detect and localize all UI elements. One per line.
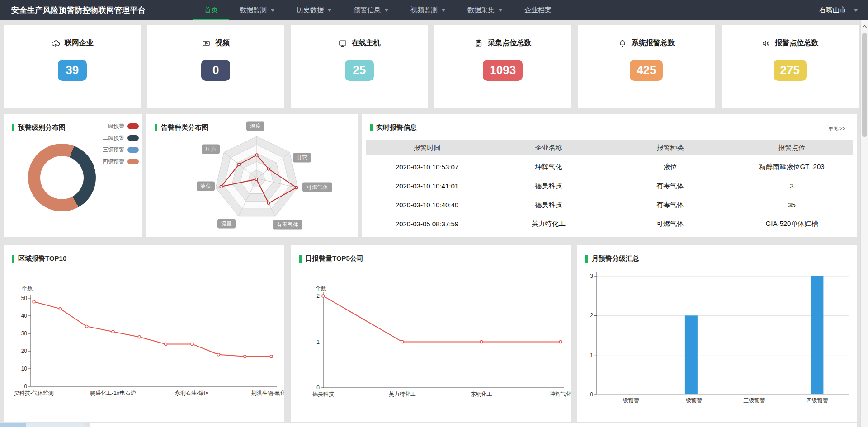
chevron-down-icon bbox=[384, 9, 389, 12]
scrollbar-thumb[interactable] bbox=[862, 33, 867, 137]
region-top10-chart: 个数01020304050昊科技-气体监测鹏盛化工-1#电石炉永润石油-罐区荆洪… bbox=[4, 245, 284, 422]
alarm-table-cell: 有毒气体 bbox=[609, 201, 731, 209]
radar-axis-label: 可燃气体 bbox=[302, 183, 332, 192]
nav-menu-item[interactable]: 数据监测 bbox=[229, 0, 286, 20]
donut-chart bbox=[28, 144, 96, 211]
legend-item[interactable]: 四级预警 bbox=[103, 158, 139, 165]
nav-menu-item-label: 数据监测 bbox=[240, 6, 267, 14]
svg-text:个数: 个数 bbox=[315, 285, 326, 291]
scroll-up-arrow[interactable] bbox=[861, 23, 868, 30]
stat-card-head: 采集点位总数 bbox=[474, 38, 531, 48]
legend-label: 三级预警 bbox=[103, 146, 124, 154]
radar-axis-label: 其它 bbox=[293, 153, 311, 163]
nav-menu-item-label: 数据采集 bbox=[467, 6, 495, 14]
nav-menu-item[interactable]: 视频监测 bbox=[400, 0, 457, 20]
stat-card-value: 1093 bbox=[483, 60, 523, 81]
alarm-table-cell: 2020-03-05 08:37:59 bbox=[366, 220, 488, 228]
stat-card-label: 在线主机 bbox=[352, 38, 381, 48]
stat-card: 采集点位总数1093 bbox=[434, 25, 572, 108]
nav-menu-item[interactable]: 首页 bbox=[193, 0, 229, 20]
nav-menu-item[interactable]: 预警信息 bbox=[343, 0, 400, 20]
alarm-table-cell: 3 bbox=[731, 182, 853, 190]
stat-card-head: 系统报警总数 bbox=[618, 38, 675, 48]
legend-item[interactable]: 三级预警 bbox=[103, 146, 139, 154]
svg-text:3: 3 bbox=[590, 273, 593, 279]
alarm-table-row: 2020-03-05 08:37:59英力特化工可燃气体GIA-520单体贮槽 bbox=[366, 214, 853, 233]
svg-text:0: 0 bbox=[590, 391, 593, 398]
region-selector[interactable]: 石嘴山市 bbox=[819, 0, 858, 20]
legend-swatch bbox=[127, 159, 139, 164]
region-top10-panel: 区域报警TOP10 个数01020304050昊科技-气体监测鹏盛化工-1#电石… bbox=[4, 245, 284, 422]
stat-card-label: 采集点位总数 bbox=[488, 38, 531, 48]
stat-card-head: 在线主机 bbox=[338, 38, 381, 48]
svg-text:40: 40 bbox=[21, 313, 28, 319]
alarm-table-header: 报警时间企业名称报警种类报警点位 bbox=[366, 140, 853, 155]
svg-text:温度: 温度 bbox=[250, 123, 261, 129]
chevron-down-icon bbox=[270, 9, 275, 12]
monthly-summary-panel: 月预警分级汇总 0123一级预警二级预警三级预警四级预警 bbox=[577, 245, 857, 422]
alarm-table-cell: 有毒气体 bbox=[609, 182, 731, 190]
svg-text:三级预警: 三级预警 bbox=[743, 397, 765, 404]
svg-text:1: 1 bbox=[316, 339, 320, 345]
top-navbar: 安全生产风险预警防控物联网管理平台 首页数据监测历史数据预警信息视频监测数据采集… bbox=[0, 0, 868, 20]
nav-menu-item[interactable]: 数据采集 bbox=[457, 0, 514, 20]
region-label: 石嘴山市 bbox=[819, 6, 846, 14]
title-marker bbox=[370, 124, 373, 131]
stat-card-value: 275 bbox=[774, 60, 807, 81]
svg-text:有毒气体: 有毒气体 bbox=[276, 221, 298, 228]
panel-title: 预警级别分布图 bbox=[12, 123, 66, 132]
next-row-peek-lightblue bbox=[26, 423, 84, 427]
stat-card: 系统报警总数425 bbox=[578, 25, 715, 108]
stat-card-label: 视频 bbox=[215, 38, 230, 48]
alarm-table-cell: 35 bbox=[731, 201, 853, 209]
nav-menu-item-label: 企业档案 bbox=[524, 6, 552, 14]
legend-item[interactable]: 一级预警 bbox=[103, 122, 139, 130]
svg-text:昊科技-气体监测: 昊科技-气体监测 bbox=[14, 390, 54, 396]
radar-chart: 温度其它可燃气体有毒气体流量液位压力 bbox=[146, 114, 358, 237]
radar-axis-label: 压力 bbox=[202, 145, 220, 154]
svg-text:四级预警: 四级预警 bbox=[806, 397, 828, 404]
radar-axis-label: 温度 bbox=[246, 122, 264, 131]
chevron-down-icon bbox=[854, 9, 858, 12]
stat-card-value: 25 bbox=[345, 60, 374, 81]
legend-label: 二级预警 bbox=[103, 134, 124, 142]
warning-level-panel: 预警级别分布图 一级预警二级预警三级预警四级预警 bbox=[4, 114, 142, 237]
chevron-down-icon bbox=[498, 9, 503, 12]
alarm-table-cell: 可燃气体 bbox=[609, 220, 731, 228]
stat-card-value: 425 bbox=[630, 60, 663, 81]
nav-menu-item[interactable]: 历史数据 bbox=[286, 0, 343, 20]
svg-text:荆洪生物-氧化反: 荆洪生物-氧化反 bbox=[251, 390, 284, 396]
svg-text:10: 10 bbox=[21, 366, 28, 372]
legend-item[interactable]: 二级预警 bbox=[103, 134, 139, 142]
next-row-peek-white bbox=[90, 423, 857, 427]
alarm-type-panel: 告警种类分布图 温度其它可燃气体有毒气体流量液位压力 bbox=[146, 114, 358, 237]
legend-label: 四级预警 bbox=[103, 158, 124, 165]
stats-row: 联网企业39视频0在线主机25采集点位总数1093系统报警总数425报警点位总数… bbox=[4, 25, 859, 108]
svg-text:0: 0 bbox=[316, 385, 320, 391]
stat-card: 在线主机25 bbox=[291, 25, 428, 108]
svg-text:0: 0 bbox=[24, 383, 27, 389]
svg-text:个数: 个数 bbox=[21, 285, 33, 291]
legend-label: 一级预警 bbox=[103, 122, 124, 130]
alarm-table-cell: 精醇南罐液位GT_203 bbox=[731, 163, 853, 171]
alarm-column-header: 企业名称 bbox=[488, 144, 609, 152]
radar-axis-label: 有毒气体 bbox=[273, 220, 302, 230]
daily-top5-panel: 日报警量TOP5公司 个数012德昊科技英力特化工东明化工坤辉气化 bbox=[291, 245, 571, 422]
svg-text:德昊科技: 德昊科技 bbox=[312, 391, 334, 397]
svg-text:其它: 其它 bbox=[297, 155, 307, 161]
nav-menu-item[interactable]: 企业档案 bbox=[514, 0, 562, 20]
app-title: 安全生产风险预警防控物联网管理平台 bbox=[11, 0, 146, 20]
panel-title-text: 实时报警信息 bbox=[376, 123, 417, 132]
title-marker bbox=[12, 124, 14, 131]
more-link[interactable]: 更多>> bbox=[828, 125, 845, 133]
alarm-table-cell: 英力特化工 bbox=[488, 220, 609, 228]
stat-card-label: 报警点位总数 bbox=[775, 38, 818, 48]
stat-card-value: 39 bbox=[58, 60, 87, 81]
svg-text:英力特化工: 英力特化工 bbox=[389, 391, 416, 397]
nav-menu-item-label: 视频监测 bbox=[410, 6, 438, 14]
scrollbar[interactable] bbox=[860, 20, 868, 427]
monthly-bar-chart: 0123一级预警二级预警三级预警四级预警 bbox=[577, 245, 857, 422]
radar-axis-label: 流量 bbox=[217, 219, 236, 229]
stat-card: 联网企业39 bbox=[4, 25, 141, 108]
nav-menu-item-label: 首页 bbox=[204, 6, 218, 14]
